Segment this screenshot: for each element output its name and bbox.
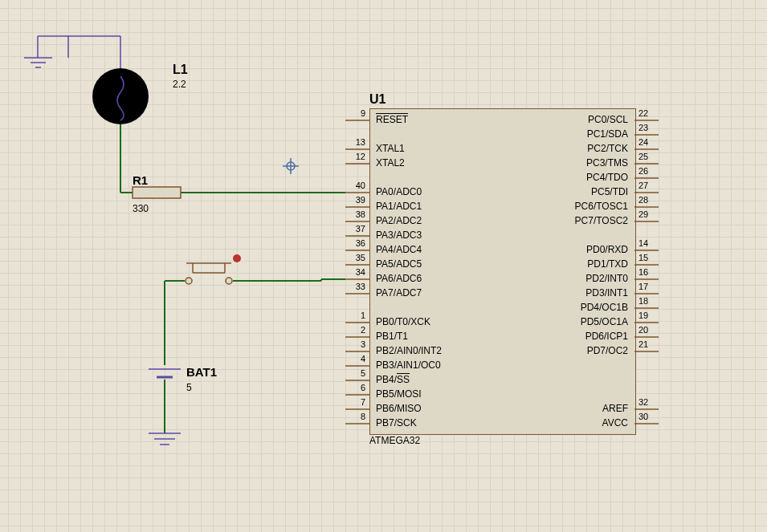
svg-rect-10 xyxy=(133,187,181,198)
pin-number: 37 xyxy=(345,224,365,234)
pin-label: PA0/ADC0 xyxy=(376,186,422,197)
pin-label: PC4/TDO xyxy=(586,172,628,183)
pin-label: PB4/SS xyxy=(376,374,410,385)
pin-number: 38 xyxy=(345,209,365,219)
pin-label: PB1/T1 xyxy=(376,331,408,342)
pin-label: PC7/TOSC2 xyxy=(575,215,628,226)
pin-number: 12 xyxy=(345,152,365,161)
pin-number: 33 xyxy=(345,282,365,291)
pin-number: 5 xyxy=(345,368,365,378)
pin-label: PC1/SDA xyxy=(587,128,628,140)
pin-label: PB7/SCK xyxy=(376,417,417,428)
pin-number: 7 xyxy=(345,397,365,407)
pin-number: 23 xyxy=(638,123,648,132)
pin-number: 16 xyxy=(638,267,648,277)
pin-label: PA2/ADC2 xyxy=(376,215,422,226)
pin-label: PC0/SCL xyxy=(588,114,628,125)
pin-number: 34 xyxy=(345,267,365,277)
pin-label: PD5/OC1A xyxy=(581,316,628,327)
pin-label: PD1/TXD xyxy=(587,258,628,270)
pin-number: 2 xyxy=(345,325,365,335)
pin-label: PA3/ADC3 xyxy=(376,229,422,241)
pin-number: 35 xyxy=(345,253,365,262)
pin-label: PD7/OC2 xyxy=(587,345,628,356)
pin-number: 39 xyxy=(345,195,365,205)
pin-label: XTAL1 xyxy=(376,143,405,154)
pin-number: 6 xyxy=(345,383,365,392)
pin-label: PB2/AIN0/INT2 xyxy=(376,345,442,356)
pin-label: PC2/TCK xyxy=(587,143,628,154)
pin-label: PA6/ADC6 xyxy=(376,273,422,284)
pin-label: PB0/T0/XCK xyxy=(376,316,430,327)
pin-number: 36 xyxy=(345,238,365,248)
pin-label: RESET xyxy=(376,114,408,125)
pin-label: PA1/ADC1 xyxy=(376,201,422,212)
pin-label: PD4/OC1B xyxy=(581,302,628,313)
pin-number: 27 xyxy=(638,181,648,190)
pin-number: 26 xyxy=(638,166,648,176)
pin-number: 28 xyxy=(638,195,648,205)
pin-number: 32 xyxy=(638,397,648,407)
pin-number: 15 xyxy=(638,253,648,262)
pin-label: PA4/ADC4 xyxy=(376,244,422,255)
pin-number: 4 xyxy=(345,354,365,363)
pin-label: PB6/MISO xyxy=(376,403,422,414)
pin-label: PD3/INT1 xyxy=(585,287,628,298)
pin-number: 17 xyxy=(638,282,648,291)
pin-number: 1 xyxy=(345,311,365,320)
schematic-canvas[interactable]: U1 ATMEGA32 L1 2.2 R1 330 BAT1 5 xyxy=(0,0,767,532)
pin-number: 24 xyxy=(638,137,648,147)
pin-number: 25 xyxy=(638,152,648,161)
pin-label: PD6/ICP1 xyxy=(585,331,628,342)
pin-label: AREF xyxy=(602,403,628,414)
pin-number: 3 xyxy=(345,339,365,349)
pin-number: 30 xyxy=(638,412,648,421)
pin-label: XTAL2 xyxy=(376,157,405,169)
svg-point-21 xyxy=(233,254,241,262)
pin-label: PA5/ADC5 xyxy=(376,258,422,270)
pin-number: 8 xyxy=(345,412,365,421)
pin-number: 21 xyxy=(638,339,648,349)
pin-number: 14 xyxy=(638,238,648,248)
pin-label: PB3/AIN1/OC0 xyxy=(376,359,441,371)
pin-number: 19 xyxy=(638,311,648,320)
pin-number: 40 xyxy=(345,181,365,190)
pin-number: 22 xyxy=(638,108,648,118)
pin-number: 9 xyxy=(345,108,365,118)
pin-label: AVCC xyxy=(602,417,628,428)
pin-number: 13 xyxy=(345,137,365,147)
svg-point-15 xyxy=(186,278,192,284)
pin-label: PC6/TOSC1 xyxy=(575,201,628,212)
pin-label: PD0/RXD xyxy=(586,244,628,255)
pin-label: PA7/ADC7 xyxy=(376,287,422,298)
svg-point-16 xyxy=(226,278,232,284)
pin-label: PC3/TMS xyxy=(586,157,628,169)
pin-label: PD2/INT0 xyxy=(585,273,628,284)
pin-number: 18 xyxy=(638,296,648,306)
pin-label: PC5/TDI xyxy=(591,186,628,197)
pin-number: 20 xyxy=(638,325,648,335)
pin-number: 29 xyxy=(638,209,648,219)
pin-label: PB5/MOSI xyxy=(376,388,422,400)
